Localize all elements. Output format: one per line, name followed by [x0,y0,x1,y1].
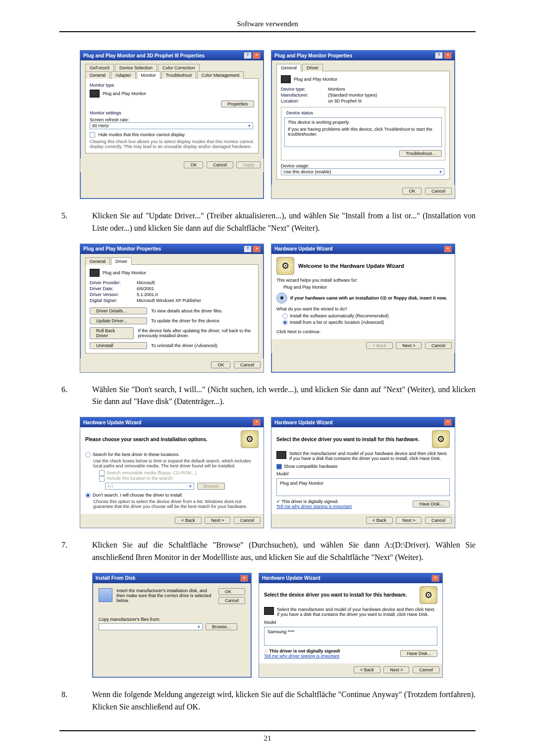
wizard-question: What do you want the wizard to do? [276,306,450,311]
device-status-text: This device is working properly. [288,120,438,125]
properties-button[interactable]: Properties [221,101,254,107]
dlg-wizard-search-options: Hardware Update Wizard × Please choose y… [80,417,264,528]
wizard-heading: Select the device driver you want to ins… [276,437,419,442]
driver-details-button[interactable]: Driver Details... [90,307,147,314]
dlg-title: Plug and Play Monitor and 3D Prophet III… [83,53,205,58]
cancel-button[interactable]: Cancel [234,361,261,368]
cancel-button[interactable]: Cancel [207,161,233,168]
tab-geforce3[interactable]: GeForce3 [85,64,114,71]
dlg-title: Plug and Play Monitor Properties [83,246,161,252]
signing-link[interactable]: Tell me why driver signing is important [264,654,339,658]
troubleshoot-button[interactable]: Troubleshoot... [399,150,442,157]
step-number: 7. [59,539,80,564]
close-icon[interactable]: × [431,575,439,582]
cancel-button[interactable]: Cancel [234,517,261,524]
tab-general[interactable]: General [85,257,110,265]
device-name: Plug and Play Monitor [294,77,337,82]
wizard-device: Plug and Play Monitor [283,285,450,290]
cancel-button[interactable]: Cancel [413,666,439,673]
ok-button[interactable]: OK [211,361,230,368]
close-icon[interactable]: × [444,246,452,252]
back-button[interactable]: < Back [354,666,380,673]
update-driver-desc: To update the driver for this device. [151,318,220,323]
wizard-heading: Welcome to the Hardware Update Wizard [298,263,404,269]
step-text: Wählen Sie "Don't search, I will..." (Ni… [92,384,476,408]
close-icon[interactable]: × [240,575,248,582]
opt-search-radio[interactable] [85,452,91,457]
tab-driver[interactable]: Driver [111,257,132,265]
close-icon[interactable]: × [253,52,261,59]
wizard-icon: ⚙ [276,257,294,275]
update-driver-button[interactable]: Update Driver... [90,317,147,324]
page-header: Software verwenden [59,20,476,32]
step-text: Klicken Sie auf die Schaltfläche "Browse… [92,539,476,564]
model-value[interactable]: Samsung **** [268,629,295,634]
close-icon[interactable]: × [444,52,452,59]
help-icon[interactable]: ? [244,246,252,252]
driver-date: 6/6/2001 [137,286,154,291]
cancel-button[interactable]: Cancel [218,597,245,604]
tab-color-correction[interactable]: Color Correction [158,64,200,71]
cd-hint: If your hardware came with an installati… [290,296,447,301]
tab-general[interactable]: General [276,64,301,71]
wizard-desc: Select the manufacturer and model of you… [277,607,437,617]
cancel-button[interactable]: Cancel [425,517,452,524]
device-status-label: Device status [284,110,315,115]
model-value[interactable]: Plug and Play Monitor [280,481,323,486]
next-button[interactable]: Next > [383,666,409,673]
opt-search-label: Search for the best driver in these loca… [93,452,180,457]
ok-button[interactable]: OK [402,188,422,195]
browse-button[interactable]: Browse... [206,623,237,630]
help-icon[interactable]: ? [244,52,252,59]
close-icon[interactable]: × [253,246,261,252]
tab-general[interactable]: General [85,71,110,79]
device-usage-select[interactable]: Use this device (enable) [281,168,444,175]
wizard-icon: ⚙ [241,430,259,448]
cancel-button[interactable]: Cancel [425,342,452,349]
dlg-wizard-select-driver: Hardware Update Wizard × Select the devi… [271,417,455,528]
close-icon[interactable]: × [253,419,261,426]
tab-color-management[interactable]: Color Management [197,71,244,79]
next-button[interactable]: Next > [396,342,422,349]
opt-dont-search-desc: Choose this option to select the device … [93,499,259,509]
signing-link[interactable]: Tell me why driver signing is important [276,504,352,509]
tab-device-selection[interactable]: Device Selection [115,64,157,71]
show-compatible-checkbox[interactable] [276,464,282,469]
back-button[interactable]: < Back [366,517,393,524]
have-disk-button[interactable]: Have Disk... [413,501,450,507]
copy-from-input[interactable] [99,623,203,630]
driver-provider: Microsoft [137,280,155,285]
tab-adapter[interactable]: Adapter [111,71,136,79]
opt-dont-search-radio[interactable] [85,493,91,498]
cancel-button[interactable]: Cancel [425,188,452,195]
opt-auto-radio[interactable] [282,313,288,319]
back-button: < Back [366,342,393,349]
have-disk-button[interactable]: Have Disk... [400,650,437,657]
cert-icon: ✔ [276,499,280,504]
manufacturer-value: (Standard monitor types) [328,93,377,98]
tab-troubleshoot[interactable]: Troubleshoot [161,71,196,79]
help-icon[interactable]: ? [435,52,443,59]
tab-monitor[interactable]: Monitor [137,71,160,79]
opt-list-radio[interactable] [282,320,288,325]
dlg-monitor-3dprophet: Plug and Play Monitor and 3D Prophet III… [80,50,264,199]
hide-modes-checkbox[interactable] [90,132,95,138]
uninstall-button[interactable]: Uninstall [90,342,147,349]
rollback-driver-desc: If the device fails after updating the d… [138,328,254,338]
ok-button[interactable]: OK [184,161,203,168]
monitor-icon [90,90,100,98]
next-button[interactable]: Next > [205,517,230,524]
opt-auto-label: Install the software automatically (Reco… [290,313,389,318]
tab-driver[interactable]: Driver [302,64,323,71]
wizard-heading: Please choose your search and installati… [85,437,208,442]
close-icon[interactable]: × [444,419,452,426]
rollback-driver-button[interactable]: Roll Back Driver [90,327,134,339]
refresh-rate-select[interactable]: 60 Hertz [90,122,253,129]
back-button[interactable]: < Back [175,517,202,524]
step-number: 8. [59,689,80,713]
signed-label: This driver is digitally signed. [281,499,338,504]
next-button[interactable]: Next > [396,517,422,524]
ok-button[interactable]: OK [218,588,245,595]
cd-icon: ◉ [276,293,287,303]
install-disk-desc: Insert the manufacturer's installation d… [116,588,214,604]
